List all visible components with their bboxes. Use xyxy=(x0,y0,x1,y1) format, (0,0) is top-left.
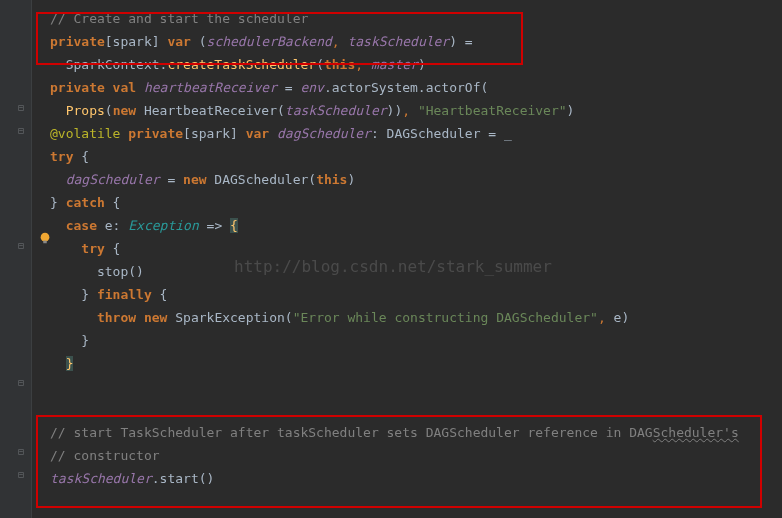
fold-close-icon[interactable]: ⊟ xyxy=(18,119,28,129)
fold-open-icon[interactable]: ⊟ xyxy=(18,234,28,244)
code-line: // constructor xyxy=(50,444,782,467)
code-line: private val heartbeatReceiver = env.acto… xyxy=(50,76,782,99)
code-line: } xyxy=(50,352,782,375)
svg-point-0 xyxy=(41,233,50,242)
code-line: try { xyxy=(50,237,782,260)
code-line: private[spark] var (schedulerBackend, ta… xyxy=(50,30,782,53)
code-line: // Create and start the scheduler xyxy=(50,7,782,30)
code-line: @volatile private[spark] var dagSchedule… xyxy=(50,122,782,145)
code-area[interactable]: // Create and start the scheduler privat… xyxy=(32,0,782,518)
code-line: } catch { xyxy=(50,191,782,214)
code-line: throw new SparkException("Error while co… xyxy=(50,306,782,329)
code-line: } finally { xyxy=(50,283,782,306)
code-line: // start TaskScheduler after taskSchedul… xyxy=(50,421,782,444)
fold-open-icon[interactable]: ⊟ xyxy=(18,440,28,450)
code-line: taskScheduler.start() xyxy=(50,467,782,490)
code-line: Props(new HeartbeatReceiver(taskSchedule… xyxy=(50,99,782,122)
code-line xyxy=(50,398,782,421)
code-line: try { xyxy=(50,145,782,168)
code-line xyxy=(50,375,782,398)
code-line: SparkContext.createTaskScheduler(this, m… xyxy=(50,53,782,76)
svg-rect-1 xyxy=(43,241,47,244)
fold-close-icon[interactable]: ⊟ xyxy=(18,463,28,473)
code-line: dagScheduler = new DAGScheduler(this) xyxy=(50,168,782,191)
lightbulb-icon[interactable] xyxy=(38,231,52,245)
code-line: } xyxy=(50,329,782,352)
fold-close-icon[interactable]: ⊟ xyxy=(18,371,28,381)
code-editor[interactable]: ⊟ ⊟ ⊟ ⊟ ⊟ ⊟ // Create and start the sche… xyxy=(0,0,782,518)
code-line: case e: Exception => { xyxy=(50,214,782,237)
code-line: stop() xyxy=(50,260,782,283)
gutter: ⊟ ⊟ ⊟ ⊟ ⊟ ⊟ xyxy=(0,0,32,518)
fold-close-icon[interactable]: ⊟ xyxy=(18,96,28,106)
